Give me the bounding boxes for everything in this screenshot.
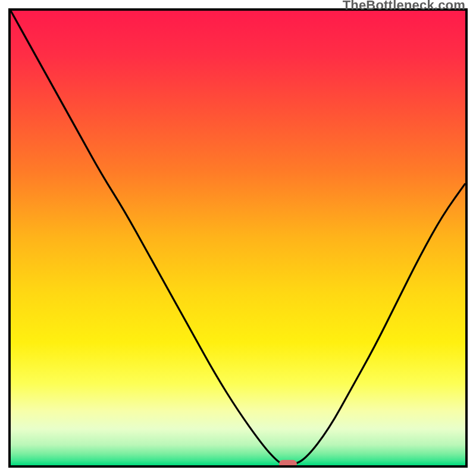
bottleneck-curve bbox=[11, 11, 465, 465]
chart-container: TheBottleneck.com bbox=[0, 0, 476, 476]
watermark-text: TheBottleneck.com bbox=[343, 0, 465, 13]
optimal-point-marker bbox=[279, 460, 297, 468]
plot-area bbox=[8, 8, 468, 468]
